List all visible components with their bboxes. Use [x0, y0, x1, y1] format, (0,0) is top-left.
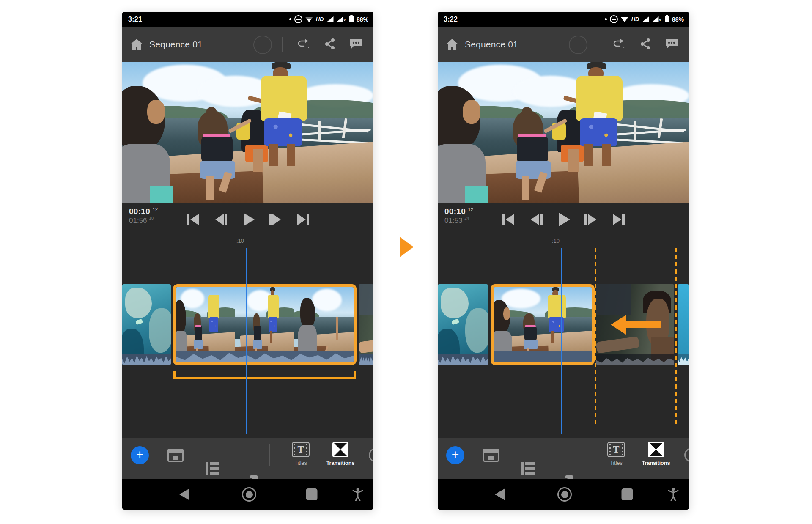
nav-accessibility-button[interactable]: [351, 488, 364, 501]
editor-toolbar: + T Titles Transitions: [122, 438, 373, 479]
step-forward-button[interactable]: [266, 212, 284, 227]
app-header: Sequence 01: [122, 27, 373, 62]
play-button[interactable]: [240, 212, 258, 227]
nav-home-button[interactable]: [242, 487, 256, 502]
wifi-icon: [305, 16, 313, 22]
audio-waveform: [176, 351, 354, 362]
feedback-button[interactable]: [664, 36, 680, 52]
timeline[interactable]: :10: [122, 236, 373, 438]
clip-next-dimmed[interactable]: [596, 284, 674, 365]
titles-button[interactable]: T Titles: [602, 442, 631, 466]
preview-frame: [438, 62, 689, 203]
signal2-x: x: [344, 18, 346, 22]
playhead[interactable]: [246, 248, 247, 434]
app-header: Sequence 01: [438, 27, 689, 62]
transitions-icon: [648, 442, 664, 457]
do-not-disturb-icon: [294, 15, 302, 23]
video-preview[interactable]: [122, 62, 373, 203]
share-button[interactable]: [637, 36, 653, 52]
phone-before: 3:21 HD x 88% Sequence 01: [122, 12, 373, 510]
ruler-tick-label: :10: [232, 238, 249, 244]
titles-icon: T: [607, 442, 625, 457]
signal-icon: [642, 16, 649, 22]
next-tool-partial-icon[interactable]: [684, 448, 689, 462]
media-bin-icon[interactable]: [483, 449, 499, 462]
undo-button[interactable]: [296, 36, 312, 52]
audio-waveform: [678, 354, 689, 365]
drag-left-arrow-icon: [624, 321, 661, 328]
clip-sky-sliver[interactable]: [678, 284, 689, 365]
add-media-button[interactable]: +: [446, 446, 464, 464]
transitions-button[interactable]: Transitions: [321, 442, 360, 466]
titles-button[interactable]: T Titles: [286, 442, 315, 466]
sequence-title: Sequence 01: [149, 39, 203, 49]
clock: 3:21: [128, 16, 142, 23]
plus-icon: +: [136, 448, 144, 461]
audio-waveform: [122, 354, 171, 365]
nav-recents-button[interactable]: [306, 488, 318, 500]
battery-icon: [349, 16, 354, 22]
sync-status-icon[interactable]: [253, 36, 272, 54]
track-list-icon[interactable]: [206, 462, 221, 475]
next-tool-partial-icon[interactable]: [369, 448, 373, 462]
transitions-label: Transitions: [642, 460, 670, 466]
battery-icon: [665, 16, 669, 22]
timeline[interactable]: :10: [438, 236, 689, 438]
skip-to-start-button[interactable]: [499, 212, 518, 227]
video-preview[interactable]: [438, 62, 689, 203]
trim-bracket[interactable]: [173, 371, 356, 379]
battery-percent: 88%: [357, 16, 368, 23]
home-icon[interactable]: [130, 38, 143, 51]
track-list-icon[interactable]: [521, 462, 536, 475]
header-divider: [282, 37, 283, 52]
status-bar: 3:22 HD x 88%: [438, 12, 689, 27]
next-step-arrow-icon: [400, 237, 414, 257]
status-bar: 3:21 HD x 88%: [122, 12, 373, 27]
signal-icon: [327, 16, 334, 22]
media-bin-icon[interactable]: [167, 449, 184, 462]
skip-to-end-button[interactable]: [609, 212, 628, 227]
feedback-button[interactable]: [348, 36, 364, 52]
header-divider: [598, 37, 598, 52]
transitions-icon: [332, 442, 348, 457]
notification-dot-icon: [289, 18, 291, 20]
plus-icon: +: [452, 448, 459, 461]
clip-underwater[interactable]: [122, 284, 171, 365]
skip-to-end-button[interactable]: [294, 212, 313, 227]
play-button[interactable]: [555, 212, 574, 227]
home-icon[interactable]: [445, 38, 459, 51]
notification-dot-icon: [605, 18, 607, 20]
toolbar-divider: [269, 444, 270, 466]
sequence-title: Sequence 01: [465, 39, 518, 49]
selected-clip[interactable]: [173, 284, 357, 365]
titles-label: Titles: [294, 460, 307, 466]
nav-back-button[interactable]: [179, 488, 189, 500]
audio-waveform: [438, 354, 488, 365]
android-nav-bar: [438, 479, 689, 510]
nav-accessibility-button[interactable]: [667, 488, 680, 501]
titles-label: Titles: [610, 460, 622, 466]
sync-status-icon[interactable]: [569, 36, 587, 54]
share-button[interactable]: [322, 36, 338, 52]
editor-toolbar: + T Titles Transitions: [438, 438, 689, 479]
step-forward-button[interactable]: [581, 212, 600, 227]
skip-to-start-button[interactable]: [184, 212, 202, 227]
clip-underwater[interactable]: [438, 284, 488, 365]
signal2-icon: [337, 16, 343, 22]
step-back-button[interactable]: [212, 212, 230, 227]
nav-back-button[interactable]: [495, 488, 505, 500]
nav-home-button[interactable]: [557, 487, 572, 502]
android-nav-bar: [122, 479, 373, 510]
transitions-button[interactable]: Transitions: [636, 442, 675, 466]
nav-recents-button[interactable]: [622, 488, 633, 500]
trim-ghost-line-end: [675, 248, 677, 424]
trim-ghost-line-start: [595, 248, 596, 424]
clip-next-sliver[interactable]: [359, 284, 373, 365]
undo-button[interactable]: [611, 36, 627, 52]
do-not-disturb-icon: [610, 15, 618, 23]
phone-after: 3:22 HD x 88% Sequence 01: [438, 12, 689, 510]
add-media-button[interactable]: +: [131, 446, 149, 464]
step-back-button[interactable]: [527, 212, 546, 227]
playhead[interactable]: [561, 248, 562, 434]
selected-clip[interactable]: [491, 284, 595, 365]
